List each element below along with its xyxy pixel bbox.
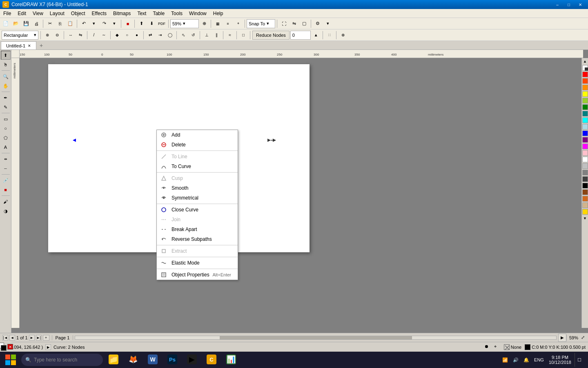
extract-subpath-btn[interactable]: ⇥ (156, 31, 165, 40)
track-cursor-button[interactable]: ► (45, 344, 51, 350)
menu-effects[interactable]: Effects (89, 9, 110, 18)
open-button[interactable]: 📂 (11, 19, 21, 28)
rectangle-tool[interactable]: ▭ (1, 114, 11, 123)
minimize-button[interactable]: – (552, 1, 563, 8)
swatch-purple[interactable] (582, 137, 588, 143)
undo-dropdown[interactable]: ▾ (89, 19, 99, 28)
display-mode[interactable]: ▢ (299, 19, 309, 28)
horizontal-scrollbar[interactable] (75, 336, 557, 340)
align-nodes-btn[interactable]: ⊥ (202, 31, 211, 40)
next-page-button[interactable]: ► (29, 335, 35, 341)
smooth-btn[interactable]: ○ (122, 31, 131, 40)
swatch-brown[interactable] (582, 189, 588, 195)
pan-tool[interactable]: ✋ (1, 81, 11, 90)
elastic-mode-btn[interactable]: ≈ (225, 31, 234, 40)
save-button[interactable]: 💾 (21, 19, 31, 28)
swatch-yellow[interactable] (582, 91, 588, 97)
stretch-reflect-btn[interactable]: ⬁ (179, 31, 188, 40)
export-button[interactable]: ⬆ (136, 19, 146, 28)
export-pdf[interactable]: PDF (157, 19, 167, 28)
menu-edit[interactable]: Edit (14, 9, 29, 18)
eyedropper-tool[interactable]: 💉 (1, 176, 11, 185)
swatch-teal[interactable] (582, 111, 588, 117)
swatch-tan[interactable] (582, 202, 588, 208)
restore-button[interactable]: □ (564, 1, 574, 8)
stroke-box[interactable] (1, 345, 7, 351)
ctx-add[interactable]: Add (157, 130, 238, 140)
node-value-up[interactable]: ▲ (312, 31, 321, 40)
last-page-button[interactable]: ►| (36, 335, 42, 341)
ctx-to-curve[interactable]: To Curve (157, 162, 238, 171)
swatch-light-gray[interactable] (582, 163, 588, 169)
first-page-button[interactable]: |◄ (2, 335, 8, 341)
delete-node-btn[interactable]: ⊖ (53, 31, 62, 40)
redo-dropdown[interactable]: ▾ (109, 19, 119, 28)
title-bar-controls[interactable]: – □ ✕ (552, 1, 586, 8)
swatch-black[interactable] (582, 183, 588, 188)
paste-button[interactable]: 📋 (65, 19, 75, 28)
add-node-btn[interactable]: ⊕ (43, 31, 52, 40)
ctx-close-curve[interactable]: Close Curve (157, 205, 238, 215)
reverse-curve-btn[interactable]: ⇄ (146, 31, 155, 40)
zoom-dropdown[interactable]: 59% ▾ (170, 19, 199, 28)
taskbar-extra-app[interactable]: 📊 (222, 353, 240, 367)
swatch-orange[interactable] (582, 85, 588, 90)
taskbar-file-explorer[interactable]: 📁 (105, 353, 122, 367)
menu-tools[interactable]: Tools (168, 9, 186, 18)
fill-tool[interactable]: ■ (1, 185, 11, 194)
distribute-nodes-btn[interactable]: ∥ (212, 31, 221, 40)
zoom-fit-button[interactable]: ⤢ (580, 335, 586, 341)
curve-tool[interactable]: ✒ (1, 93, 11, 102)
zoom-plus-button[interactable]: ⊕ (199, 19, 209, 28)
swatch-sienna[interactable] (582, 196, 588, 202)
ctx-smooth[interactable]: Smooth (157, 183, 238, 193)
view-snap-lines[interactable]: ≡ (223, 19, 233, 28)
taskbar-word[interactable]: W (144, 353, 162, 367)
select-all-nodes-btn[interactable]: □ (239, 31, 248, 40)
tab-untitled1[interactable]: Untitled-1 ✕ (1, 41, 36, 49)
swatch-gold[interactable] (582, 209, 588, 215)
swatch-red[interactable] (582, 72, 588, 77)
smart-fill-tool[interactable]: ◑ (1, 206, 11, 215)
break-nodes-btn[interactable]: ⇋ (76, 31, 85, 40)
start-button[interactable] (2, 353, 20, 367)
interactive-fill-tool[interactable]: 🖌 (1, 197, 11, 206)
menu-bitmaps[interactable]: Bitmaps (110, 9, 134, 18)
swatch-pink[interactable] (582, 150, 588, 156)
menu-object[interactable]: Object (68, 9, 89, 18)
print-button[interactable]: 🖨 (31, 19, 41, 28)
taskbar-firefox[interactable]: 🦊 (124, 353, 142, 367)
tab-close-button[interactable]: ✕ (28, 44, 31, 48)
reduce-nodes-button[interactable]: Reduce Nodes (252, 31, 290, 40)
show-desktop-button[interactable]: ☐ (575, 353, 583, 367)
ctx-elastic-mode[interactable]: Elastic Mode (157, 258, 238, 268)
snap-settings2[interactable]: ⌖ (233, 19, 243, 28)
publish-button[interactable]: ⬇ (147, 19, 156, 28)
swatch-blue[interactable] (582, 130, 588, 136)
menu-table[interactable]: Table (149, 9, 168, 18)
menu-window[interactable]: Window (186, 9, 210, 18)
search-box[interactable]: 🔍 Type here to search (21, 354, 103, 366)
close-curve-btn[interactable]: ◯ (165, 31, 174, 40)
palette-scroll-down[interactable]: ▼ (582, 215, 588, 222)
swatch-magenta[interactable] (582, 144, 588, 149)
swatch-green[interactable] (582, 104, 588, 110)
color-none[interactable] (582, 65, 588, 71)
options-button[interactable]: ⚙ (313, 19, 323, 28)
add-tab-button[interactable]: + (37, 41, 45, 49)
snap-to-dropdown[interactable]: Snap To ▾ (247, 19, 275, 28)
import-button[interactable]: ■ (123, 19, 133, 28)
dynamic-guides[interactable]: ⇋ (289, 19, 299, 28)
add-page-button[interactable]: + (43, 335, 49, 341)
notification-icon[interactable]: 🔔 (522, 353, 531, 367)
palette-scroll-up[interactable]: ▲ (582, 58, 588, 65)
ctx-object-properties[interactable]: Object Properties Alt+Enter (157, 270, 238, 280)
swatch-white[interactable] (582, 157, 588, 162)
options-dropdown[interactable]: ▾ (323, 19, 333, 28)
taskbar-windows-media[interactable]: ▶ (183, 353, 201, 367)
full-screen[interactable]: ⛶ (279, 19, 289, 28)
taskbar-coreldraw[interactable]: C (203, 353, 220, 367)
swatch-cyan[interactable] (582, 117, 588, 123)
symmetrical-btn[interactable]: ● (132, 31, 141, 40)
record-macro-icon[interactable]: ⏺ (484, 344, 491, 350)
